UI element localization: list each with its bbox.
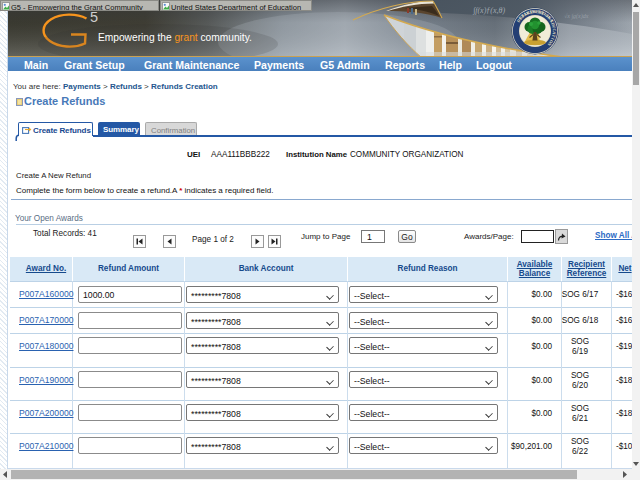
svg-text:Empowering the grant community: Empowering the grant community. xyxy=(98,32,252,43)
svg-text:∫f(x)ƒ(x,θ): ∫f(x)ƒ(x,θ) xyxy=(472,6,505,15)
svg-text:√x ∫g(x)dx: √x ∫g(x)dx xyxy=(564,13,589,20)
